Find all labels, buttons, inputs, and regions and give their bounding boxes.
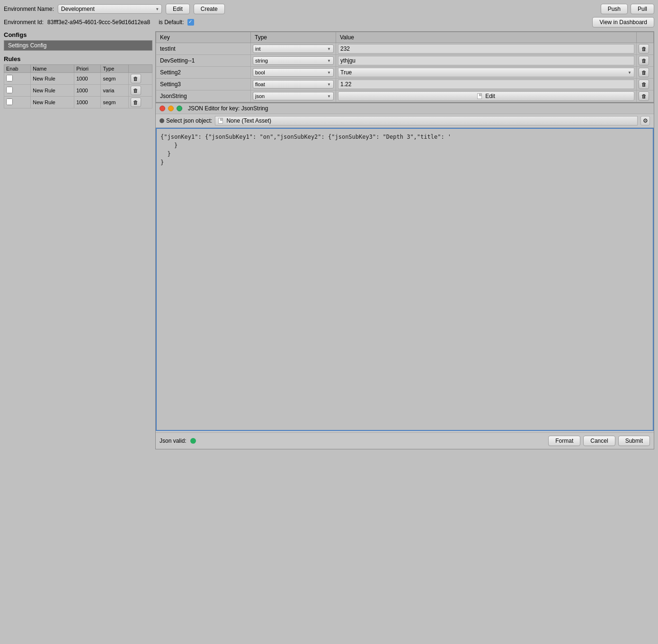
top-bar: Environment Name: Development Production… — [4, 4, 654, 14]
env-select-wrapper[interactable]: Development Production Staging — [58, 4, 162, 14]
config-key-cell: testInt — [156, 43, 251, 55]
col-action — [128, 65, 152, 73]
config-delete-button-2[interactable]: 🗑 — [639, 56, 649, 65]
rule-action-cell: 🗑 — [128, 97, 152, 108]
col-key: Key — [156, 32, 251, 43]
type-select-wrapper-3[interactable]: int string bool float json — [253, 68, 334, 77]
type-select-2[interactable]: int string bool float json — [253, 56, 334, 65]
submit-button[interactable]: Submit — [618, 436, 650, 446]
config-value-cell — [336, 79, 637, 90]
table-row: Setting2 int string bool float json — [156, 67, 654, 79]
config-key-cell: DevSetting--1 — [156, 55, 251, 67]
rule-enabled-cell — [4, 73, 31, 85]
type-select-5[interactable]: int string bool float json — [253, 92, 334, 100]
rule-name-cell: New Rule — [31, 73, 74, 85]
json-select-value: None (Text Asset) — [226, 117, 271, 124]
settings-config-item[interactable]: Settings Config — [4, 40, 152, 51]
rule-enable-checkbox-3[interactable] — [6, 98, 13, 105]
config-value-input-1[interactable] — [338, 44, 634, 54]
rule-name-cell: New Rule — [31, 85, 74, 97]
config-value-input-2[interactable] — [338, 56, 634, 65]
valid-indicator-icon — [190, 438, 196, 444]
main-content: Configs Settings Config Rules Enab Name … — [4, 31, 654, 637]
config-value-cell: Edit — [336, 90, 637, 102]
col-enabled: Enab — [4, 65, 31, 73]
rules-title: Rules — [4, 55, 152, 63]
type-select-wrapper-4[interactable]: int string bool float json — [253, 80, 334, 89]
top-bar-right: Push Pull — [601, 4, 654, 14]
rule-action-cell: 🗑 — [128, 85, 152, 97]
config-action-cell: 🗑 — [637, 43, 654, 55]
type-select-4[interactable]: int string bool float json — [253, 80, 334, 89]
rule-delete-button-1[interactable]: 🗑 — [131, 74, 141, 83]
configs-title: Configs — [4, 31, 152, 38]
col-priority: Priori — [74, 65, 101, 73]
config-type-cell: int string bool float json — [251, 90, 336, 102]
is-default-label: is Default: — [159, 19, 184, 26]
env-name-label: Environment Name: — [4, 6, 54, 12]
config-delete-button-4[interactable]: 🗑 — [639, 80, 649, 89]
traffic-light-red[interactable] — [160, 106, 165, 111]
config-type-cell: int string bool float json — [251, 55, 336, 67]
config-delete-button-5[interactable]: 🗑 — [639, 91, 649, 101]
config-action-cell: 🗑 — [637, 55, 654, 67]
edit-button[interactable]: Edit — [166, 4, 190, 14]
config-key-cell: JsonString — [156, 90, 251, 102]
table-row: Setting3 int string bool float json — [156, 79, 654, 90]
config-value-cell — [336, 55, 637, 67]
type-select-wrapper-2[interactable]: int string bool float json — [253, 56, 334, 65]
config-key-cell: Setting3 — [156, 79, 251, 90]
gear-button[interactable]: ⚙ — [640, 116, 650, 125]
rule-enable-checkbox-1[interactable] — [6, 75, 13, 81]
config-action-cell: 🗑 — [637, 79, 654, 90]
config-type-cell: int string bool float json — [251, 43, 336, 55]
left-panel: Configs Settings Config Rules Enab Name … — [4, 31, 155, 637]
type-select-3[interactable]: int string bool float json — [253, 68, 334, 77]
view-dashboard-button[interactable]: View in Dashboard — [592, 17, 654, 27]
table-row: New Rule 1000 segm 🗑 — [4, 73, 152, 85]
rule-action-cell: 🗑 — [128, 73, 152, 85]
config-table: Key Type Value testInt — [156, 32, 654, 102]
rule-enable-checkbox-2[interactable] — [6, 87, 13, 93]
traffic-light-green[interactable] — [177, 106, 182, 111]
pull-button[interactable]: Pull — [631, 4, 654, 14]
json-edit-button[interactable]: Edit — [338, 91, 634, 101]
rule-delete-button-3[interactable]: 🗑 — [131, 98, 141, 107]
doc-icon — [477, 93, 482, 99]
config-value-input-4[interactable] — [338, 80, 634, 89]
rule-priority-cell: 1000 — [74, 73, 101, 85]
cancel-button[interactable]: Cancel — [583, 436, 615, 446]
config-delete-button-1[interactable]: 🗑 — [639, 44, 649, 54]
json-valid-label: Json valid: — [160, 438, 187, 444]
col-action — [637, 32, 654, 43]
is-default-checkmark-icon — [187, 19, 194, 26]
config-value-cell — [336, 43, 637, 55]
env-id-label: Environment Id: — [4, 19, 44, 26]
type-select-wrapper-5[interactable]: int string bool float json — [253, 92, 334, 100]
json-editor-panel: JSON Editor for key: JsonString Select j… — [155, 103, 654, 449]
rule-delete-button-2[interactable]: 🗑 — [131, 86, 141, 95]
environment-select[interactable]: Development Production Staging — [58, 4, 162, 14]
json-editor-toolbar: Select json object: None (Text Asset) ⚙ — [156, 114, 654, 128]
rules-section: Rules Enab Name Priori Type — [4, 55, 152, 108]
traffic-light-yellow[interactable] — [168, 106, 174, 111]
circle-indicator — [160, 118, 164, 123]
json-editor-titlebar: JSON Editor for key: JsonString — [156, 103, 654, 114]
json-editor-title: JSON Editor for key: JsonString — [188, 105, 268, 112]
create-button[interactable]: Create — [194, 4, 225, 14]
json-textarea[interactable]: {"jsonKey1": {"jsonSubKey1": "on","jsonS… — [156, 128, 654, 431]
type-select-wrapper-1[interactable]: int string bool float json — [253, 45, 334, 53]
config-action-cell: 🗑 — [637, 90, 654, 102]
json-select-input[interactable]: None (Text Asset) — [215, 116, 638, 125]
push-button[interactable]: Push — [601, 4, 628, 14]
config-value-cell: True False — [336, 67, 637, 79]
config-delete-button-3[interactable]: 🗑 — [639, 68, 649, 77]
rule-type-cell: segm — [101, 73, 128, 85]
format-button[interactable]: Format — [548, 436, 580, 446]
type-select-1[interactable]: int string bool float json — [253, 45, 334, 53]
value-select-wrapper-3[interactable]: True False — [338, 68, 634, 77]
config-type-cell: int string bool float json — [251, 67, 336, 79]
select-json-label: Select json object: — [166, 117, 212, 124]
bool-value-select-3[interactable]: True False — [338, 68, 634, 77]
json-footer: Json valid: Format Cancel Submit — [156, 432, 654, 449]
